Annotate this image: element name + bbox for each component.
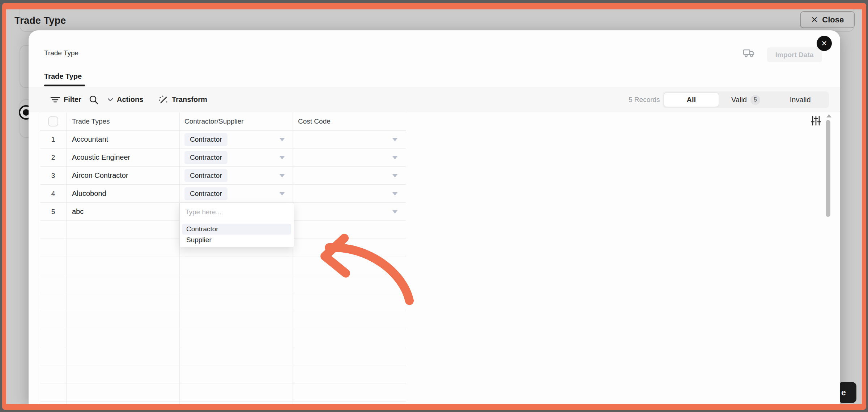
- contractor-supplier-chip[interactable]: Contractor: [184, 169, 227, 182]
- scrollbar-thumb[interactable]: [826, 120, 830, 217]
- contractor-supplier-cell[interactable]: Contractor: [180, 149, 293, 166]
- dropdown-placeholder: Type here...: [185, 208, 221, 216]
- active-tab-underline: [44, 85, 85, 86]
- import-data-label: Import Data: [775, 51, 814, 59]
- trade-type-cell[interactable]: Aircon Contractor: [72, 171, 128, 180]
- cost-code-cell[interactable]: [293, 185, 405, 202]
- empty-table-row[interactable]: [40, 383, 406, 402]
- dropdown-search-input[interactable]: Type here...: [180, 203, 294, 221]
- trade-type-cell[interactable]: Accountant: [72, 135, 108, 143]
- contractor-supplier-chip[interactable]: Contractor: [184, 133, 227, 146]
- truck-icon: [743, 48, 755, 59]
- row-number: 3: [51, 172, 55, 180]
- validity-segmented-control: All Valid 5 Invalid: [663, 91, 829, 108]
- trade-type-cell[interactable]: Alucobond: [72, 189, 106, 198]
- table-row: 4AlucobondContractor: [40, 185, 406, 203]
- dropdown-option-supplier[interactable]: Supplier: [182, 235, 291, 245]
- filter-button[interactable]: Filter: [50, 87, 81, 112]
- contractor-supplier-cell[interactable]: Contractor: [180, 167, 293, 184]
- contractor-supplier-cell[interactable]: Contractor: [180, 185, 293, 202]
- records-table: Trade Types Contractor/Supplier Cost Cod…: [40, 112, 406, 404]
- segment-invalid-label: Invalid: [790, 96, 811, 104]
- empty-table-row[interactable]: [40, 293, 406, 311]
- dropdown-caret-icon[interactable]: [280, 156, 285, 159]
- row-number: 5: [51, 208, 55, 216]
- row-number: 2: [51, 154, 55, 162]
- segment-invalid[interactable]: Invalid: [773, 93, 827, 107]
- empty-table-row[interactable]: [40, 402, 406, 404]
- cut-off-dark-button[interactable]: e: [838, 382, 856, 403]
- cut-off-button-text: e: [841, 388, 846, 398]
- tab-trade-type[interactable]: Trade Type: [44, 72, 82, 81]
- dropdown-caret-icon[interactable]: [280, 174, 285, 177]
- cost-code-cell[interactable]: [293, 167, 405, 184]
- modal-close-button[interactable]: ✕: [817, 36, 832, 51]
- table-row: 2Acoustic EngineerContractor: [40, 149, 406, 167]
- trade-type-cell[interactable]: abc: [72, 207, 84, 216]
- cost-code-cell[interactable]: [293, 149, 405, 166]
- contractor-supplier-cell[interactable]: Contractor: [180, 130, 293, 148]
- row-number: 1: [51, 136, 55, 143]
- cost-code-cell[interactable]: [293, 203, 405, 220]
- select-all-checkbox[interactable]: [48, 116, 58, 126]
- segment-valid[interactable]: Valid 5: [719, 93, 773, 107]
- segment-all-label: All: [687, 96, 696, 104]
- search-icon: [89, 95, 99, 105]
- close-icon: ✕: [821, 39, 827, 48]
- background-card-fragment: [20, 9, 854, 32]
- filter-icon: [50, 95, 60, 104]
- magic-wand-icon: [158, 95, 168, 105]
- dropdown-caret-icon[interactable]: [392, 156, 397, 159]
- table-row: 3Aircon ContractorContractor: [40, 167, 406, 185]
- cost-code-cell[interactable]: [293, 130, 405, 148]
- valid-count-badge: 5: [750, 95, 760, 105]
- dropdown-options: ContractorSupplier: [180, 221, 294, 248]
- dropdown-option-contractor[interactable]: Contractor: [182, 224, 291, 235]
- empty-table-row[interactable]: [40, 275, 406, 293]
- contractor-supplier-chip[interactable]: Contractor: [184, 187, 227, 200]
- actions-button[interactable]: Actions: [107, 87, 143, 112]
- trade-type-cell[interactable]: Acoustic Engineer: [72, 153, 130, 162]
- empty-table-row[interactable]: [40, 311, 406, 329]
- dropdown-caret-icon[interactable]: [392, 138, 397, 141]
- dropdown-caret-icon[interactable]: [392, 192, 397, 196]
- empty-table-row[interactable]: [40, 329, 406, 347]
- actions-label: Actions: [117, 95, 143, 104]
- segment-valid-label: Valid: [731, 96, 747, 104]
- app-page: Trade Type ✕ Close e ✕ Trade Type: [6, 9, 862, 404]
- records-count: 5 Records: [629, 87, 660, 112]
- transform-button[interactable]: Transform: [158, 87, 207, 112]
- empty-table-row[interactable]: [40, 365, 406, 383]
- modal-title: Trade Type: [44, 49, 78, 57]
- transform-label: Transform: [172, 95, 207, 104]
- import-data-button[interactable]: Import Data: [767, 47, 822, 62]
- column-header-contractor-supplier: Contractor/Supplier: [180, 112, 293, 130]
- table-body: 1AccountantContractor2Acoustic EngineerC…: [40, 130, 406, 404]
- search-button[interactable]: [89, 87, 99, 112]
- import-modal: ✕ Trade Type Import Data Trade Type: [29, 30, 840, 404]
- contractor-supplier-chip[interactable]: Contractor: [184, 151, 227, 164]
- filter-label: Filter: [64, 95, 81, 104]
- scrollbar-up-arrow[interactable]: [826, 114, 831, 117]
- empty-table-row[interactable]: [40, 257, 406, 275]
- screenshot-stage: Trade Type ✕ Close e ✕ Trade Type: [0, 0, 868, 412]
- segment-all[interactable]: All: [664, 93, 719, 107]
- column-header-cost-code: Cost Code: [293, 112, 405, 130]
- empty-table-row[interactable]: [40, 347, 406, 365]
- table-toolbar: Filter Actions: [29, 87, 840, 112]
- row-number: 4: [51, 190, 55, 198]
- dropdown-caret-icon[interactable]: [392, 210, 397, 214]
- column-header-trade-types: Trade Types: [67, 112, 180, 130]
- dropdown-caret-icon[interactable]: [392, 174, 397, 177]
- chevron-down-icon: [107, 98, 113, 102]
- contractor-supplier-dropdown: Type here... ContractorSupplier: [179, 203, 294, 247]
- dropdown-caret-icon[interactable]: [280, 192, 285, 196]
- table-header-row: Trade Types Contractor/Supplier Cost Cod…: [40, 112, 406, 130]
- table-row: 1AccountantContractor: [40, 130, 406, 149]
- dropdown-caret-icon[interactable]: [280, 138, 285, 141]
- column-settings-icon[interactable]: [811, 116, 821, 126]
